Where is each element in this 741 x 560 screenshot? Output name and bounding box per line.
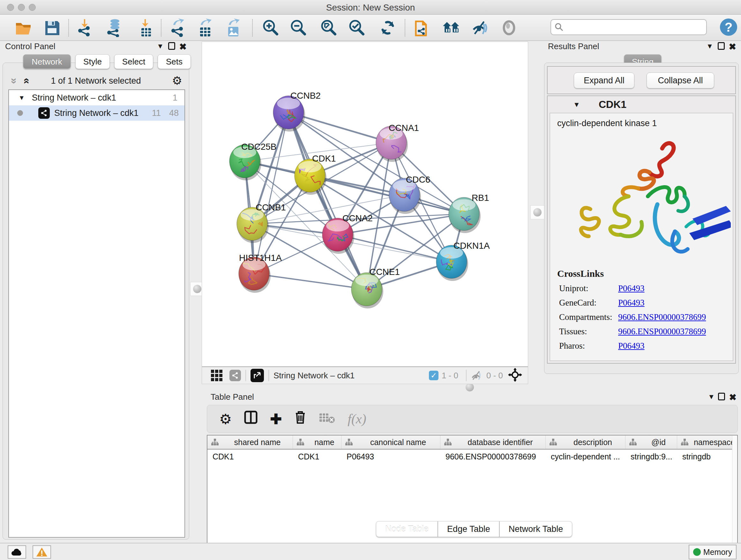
network-collection-row[interactable]: ▼ String Network – cdk1 1 — [9, 90, 185, 105]
column-header-shared-name[interactable]: shared name — [207, 435, 293, 449]
right-splitter-handle[interactable] — [530, 205, 544, 219]
refresh-icon[interactable] — [379, 18, 397, 37]
network-view-type-icon[interactable] — [229, 370, 241, 381]
delete-column-trash-icon[interactable] — [294, 410, 307, 428]
toolbar-separator — [405, 19, 405, 37]
import-table-icon[interactable] — [137, 18, 155, 37]
table-panel-menu-icon[interactable]: ▼ — [708, 393, 715, 401]
birdseye-toggle-icon[interactable] — [251, 369, 264, 382]
table-cell[interactable]: 9606.ENSP00000378699 — [441, 449, 546, 465]
results-panel-close-icon[interactable]: ✖ — [729, 42, 736, 52]
tab-edge-table[interactable]: Edge Table — [438, 521, 499, 537]
table-panel-title: Table Panel — [211, 392, 254, 402]
column-header-namespace[interactable]: namespace — [677, 435, 737, 449]
search-box[interactable] — [550, 19, 707, 35]
export-image-icon[interactable] — [224, 18, 243, 37]
column-header-description[interactable]: description — [546, 435, 625, 449]
export-table-icon[interactable] — [196, 18, 214, 37]
crosslink-link[interactable]: 9606.ENSP00000378699 — [618, 312, 706, 322]
node-label-cdkn1a: CDKN1A — [454, 241, 490, 251]
save-session-icon[interactable] — [43, 18, 61, 37]
column-header-name[interactable]: name — [293, 435, 341, 449]
section-title: CDK1 — [599, 99, 626, 111]
crosslinks-title: CrossLinks — [557, 268, 733, 279]
table-cell[interactable]: P06493 — [341, 449, 441, 465]
node-label-ccnb2: CCNB2 — [290, 91, 321, 101]
results-panel-menu-icon[interactable]: ▼ — [706, 42, 713, 51]
section-header[interactable]: ▼ CDK1 — [548, 99, 735, 112]
control-panel: Control Panel ▼ ✖ NetworkStyleSelectSets… — [3, 42, 189, 540]
zoom-out-icon[interactable] — [289, 18, 307, 37]
network-options-gear-icon[interactable]: ⚙ — [172, 74, 182, 87]
table-cell[interactable]: CDK1 — [293, 449, 341, 465]
search-input[interactable] — [564, 23, 701, 32]
column-header-canonical-name[interactable]: canonical name — [341, 435, 441, 449]
collapse-all-button[interactable]: Collapse All — [647, 72, 714, 88]
network-edge[interactable] — [288, 112, 367, 289]
tab-sets[interactable]: Sets — [158, 54, 191, 69]
crosslink-label: Uniprot: — [559, 284, 618, 294]
network-node-count: 11 — [152, 108, 161, 118]
hide-panel-eye-icon[interactable] — [470, 18, 489, 37]
help-button[interactable]: ? — [720, 18, 737, 36]
expand-all-button[interactable]: Expand All — [574, 72, 634, 88]
network-edge[interactable] — [254, 273, 367, 289]
node-label-cdk1: CDK1 — [312, 153, 336, 164]
table-cell[interactable]: stringdb — [677, 449, 737, 465]
node-table: shared namenamecanonical namedatabase id… — [207, 435, 738, 560]
memory-button[interactable]: Memory — [689, 545, 737, 559]
zoom-fit-icon[interactable] — [319, 18, 338, 37]
open-session-icon[interactable] — [14, 18, 32, 37]
warnings-button[interactable] — [32, 545, 51, 559]
import-network-database-icon[interactable] — [105, 18, 124, 37]
crosslink-link[interactable]: P06493 — [618, 298, 645, 308]
tab-style[interactable]: Style — [75, 54, 110, 69]
crosslink-label: Tissues: — [559, 327, 618, 336]
table-options-gear-icon[interactable]: ⚙ — [219, 411, 232, 427]
network-canvas[interactable]: CCNB2CCNA1CDC25BCDK1CDC6RB1CCNB1CCNA2CDK… — [202, 42, 528, 367]
results-panel-float-icon[interactable] — [718, 42, 725, 50]
tab-select[interactable]: Select — [114, 54, 153, 69]
zoom-in-icon[interactable] — [261, 18, 280, 37]
import-network-file-icon[interactable] — [75, 18, 94, 37]
crosslink-label: GeneCard: — [559, 298, 618, 308]
split-panel-icon[interactable] — [244, 410, 258, 428]
table-panel: Table Panel ▼ ✖ ⚙ ✚ f(x) shared namename… — [207, 386, 738, 543]
table-panel-close-icon[interactable]: ✖ — [729, 392, 737, 402]
network-edge[interactable] — [338, 235, 452, 262]
show-panel-eye-icon[interactable] — [500, 18, 518, 37]
crosslink-link[interactable]: P06493 — [618, 341, 645, 351]
table-cell[interactable]: stringdb:9... — [625, 449, 677, 465]
collection-expand-icon[interactable]: ▼ — [18, 94, 25, 102]
selected-count: 1 - 0 — [442, 371, 458, 381]
section-collapse-icon[interactable]: ▼ — [573, 101, 580, 109]
string-home-icon[interactable] — [442, 18, 461, 37]
tab-network-table[interactable]: Network Table — [499, 521, 572, 537]
control-panel-close-icon[interactable]: ✖ — [179, 42, 187, 52]
table-row[interactable]: CDK1CDK1P064939606.ENSP00000378699cyclin… — [207, 449, 737, 465]
cloud-button[interactable] — [8, 545, 26, 559]
add-column-icon[interactable]: ✚ — [270, 411, 282, 427]
tab-node-table[interactable]: Node Table — [376, 521, 438, 537]
network-edge[interactable] — [254, 112, 288, 273]
share-document-icon[interactable] — [413, 18, 431, 37]
crosslinks-list: Uniprot:P06493GeneCard:P06493Compartment… — [550, 284, 733, 351]
network-row[interactable]: String Network – cdk1 11 48 — [9, 105, 185, 121]
vertical-scrollbar[interactable] — [732, 435, 737, 554]
grid-view-icon[interactable] — [211, 370, 222, 381]
crosslink-link[interactable]: 9606.ENSP00000378699 — [618, 327, 706, 336]
zoom-selected-icon[interactable] — [347, 18, 366, 37]
fit-content-crosshair-icon[interactable] — [508, 368, 522, 383]
control-panel-float-icon[interactable] — [168, 42, 175, 50]
selected-nodes-checkbox-icon[interactable]: ✓ — [429, 371, 439, 380]
table-cell[interactable]: CDK1 — [207, 449, 293, 465]
network-graph[interactable]: CCNB2CCNA1CDC25BCDK1CDC6RB1CCNB1CCNA2CDK… — [202, 42, 529, 367]
table-panel-float-icon[interactable] — [718, 393, 725, 400]
table-cell[interactable]: cyclin-dependent ... — [546, 449, 625, 465]
tab-network[interactable]: Network — [23, 54, 71, 69]
column-header--id[interactable]: @id — [625, 435, 677, 449]
export-network-icon[interactable] — [169, 18, 187, 37]
crosslink-link[interactable]: P06493 — [618, 284, 645, 294]
column-header-database-identifier[interactable]: database identifier — [441, 435, 546, 449]
control-panel-menu-icon[interactable]: ▼ — [157, 42, 164, 51]
